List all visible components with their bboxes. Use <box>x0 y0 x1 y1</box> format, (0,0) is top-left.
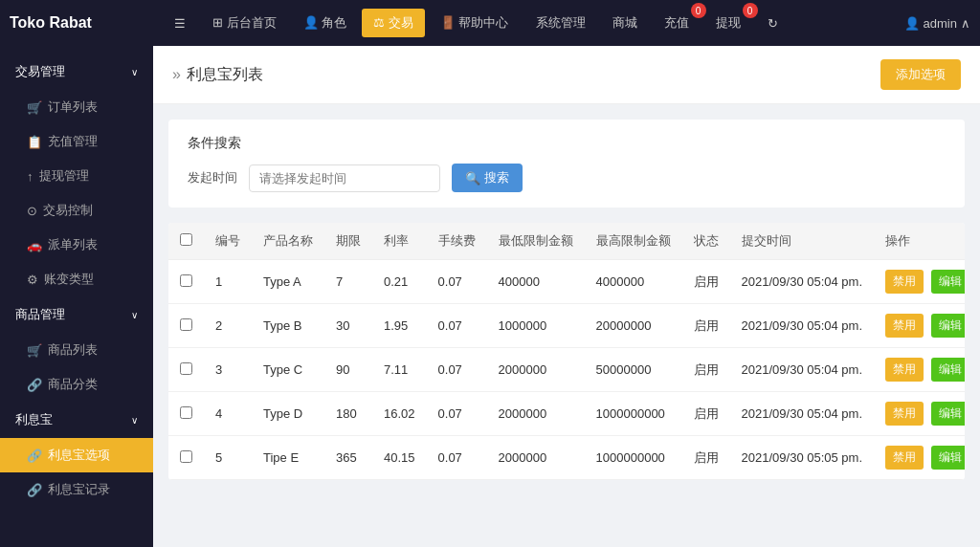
sidebar-item-account-type[interactable]: ⚙ 账变类型 <box>0 262 153 296</box>
search-row: 发起时间 🔍 搜索 <box>188 164 946 192</box>
sidebar-item-interest-records[interactable]: 🔗 利息宝记录 <box>0 472 153 507</box>
header-id: 编号 <box>204 223 252 260</box>
product-category-icon: 🔗 <box>27 378 42 392</box>
table-row: 5 Tipe E 365 40.15 0.07 2000000 10000000… <box>168 436 965 480</box>
interest-table: 编号 产品名称 期限 利率 手续费 最低限制金额 最高限制金额 状态 提交时间 … <box>168 223 965 480</box>
sidebar-item-trade-control[interactable]: ⊙ 交易控制 <box>0 193 153 228</box>
header-min-amount: 最低限制金额 <box>487 223 585 260</box>
sidebar-item-orders[interactable]: 🛒 订单列表 <box>0 90 153 124</box>
row-checkbox[interactable] <box>180 318 192 331</box>
sidebar-item-withdraw-mgmt[interactable]: ↑ 提现管理 <box>0 159 153 193</box>
header-actions: 操作 <box>874 223 965 260</box>
row-checkbox[interactable] <box>180 406 192 419</box>
add-option-button[interactable]: 添加选项 <box>880 59 961 90</box>
disable-button[interactable]: 禁用 <box>885 314 924 338</box>
row-rate: 1.95 <box>372 304 427 348</box>
row-rate: 0.21 <box>372 260 427 304</box>
nav-menu-icon[interactable]: ☰ <box>163 11 197 36</box>
sidebar: 交易管理 ∨ 🛒 订单列表 📋 充值管理 ↑ 提现管理 ⊙ 交易控制 🚗 派单列… <box>0 46 153 547</box>
dispatch-icon: 🚗 <box>27 238 42 252</box>
row-checkbox-cell <box>168 260 204 304</box>
disable-button[interactable]: 禁用 <box>885 446 924 470</box>
sidebar-item-recharge-mgmt[interactable]: 📋 充值管理 <box>0 124 153 159</box>
row-rate: 16.02 <box>372 392 427 436</box>
cart-icon: 🛒 <box>27 100 42 115</box>
edit-button[interactable]: 编辑 <box>931 314 965 338</box>
chevron-down-icon-2: ∨ <box>131 310 138 320</box>
sidebar-item-account-type-label: 账变类型 <box>44 271 94 288</box>
row-actions: 禁用 编辑 ✖ <box>874 304 965 348</box>
sidebar-item-interest-options[interactable]: 🔗 利息宝选项 <box>0 438 153 472</box>
table-row: 4 Type D 180 16.02 0.07 2000000 10000000… <box>168 392 965 436</box>
select-all-checkbox[interactable] <box>180 233 192 246</box>
row-checkbox-cell <box>168 436 204 480</box>
sidebar-group-transaction[interactable]: 交易管理 ∨ <box>0 54 153 90</box>
nav-item-recharge[interactable]: 充值 0 <box>653 9 701 37</box>
table-row: 3 Type C 90 7.11 0.07 2000000 50000000 启… <box>168 348 965 392</box>
row-submit-time: 2021/09/30 05:04 pm. <box>730 392 875 436</box>
sidebar-group-products[interactable]: 商品管理 ∨ <box>0 296 153 333</box>
product-list-icon: 🛒 <box>27 343 42 358</box>
disable-button[interactable]: 禁用 <box>885 270 924 294</box>
sidebar-item-product-category-label: 商品分类 <box>48 376 98 393</box>
admin-label: admin <box>924 16 957 31</box>
row-actions: 禁用 编辑 ✖ <box>874 436 965 480</box>
row-status: 启用 <box>682 260 730 304</box>
row-checkbox[interactable] <box>180 274 192 287</box>
disable-button[interactable]: 禁用 <box>885 402 924 426</box>
sidebar-item-orders-label: 订单列表 <box>48 98 98 116</box>
row-actions: 禁用 编辑 ✖ <box>874 348 965 392</box>
row-id: 1 <box>204 260 252 304</box>
row-checkbox[interactable] <box>180 362 192 375</box>
row-name: Tipe E <box>252 436 324 480</box>
edit-button[interactable]: 编辑 <box>931 358 965 382</box>
row-checkbox[interactable] <box>180 450 192 463</box>
admin-menu[interactable]: 👤 admin ∧ <box>904 16 970 31</box>
nav-item-transaction[interactable]: ⚖ 交易 <box>362 9 425 37</box>
row-status: 启用 <box>682 348 730 392</box>
interest-records-icon: 🔗 <box>27 483 42 497</box>
disable-button[interactable]: 禁用 <box>885 358 924 382</box>
nav-refresh[interactable]: ↻ <box>756 11 790 36</box>
row-min-amount: 1000000 <box>487 304 585 348</box>
edit-button[interactable]: 编辑 <box>931 270 965 294</box>
search-title: 条件搜索 <box>188 135 946 152</box>
edit-button[interactable]: 编辑 <box>931 402 965 426</box>
row-min-amount: 2000000 <box>487 348 585 392</box>
row-submit-time: 2021/09/30 05:04 pm. <box>730 260 875 304</box>
table-row: 2 Type B 30 1.95 0.07 1000000 20000000 启… <box>168 304 965 348</box>
sidebar-item-product-list[interactable]: 🛒 商品列表 <box>0 333 153 367</box>
withdraw-badge: 0 <box>743 3 758 18</box>
row-status: 启用 <box>682 436 730 480</box>
nav-item-dashboard[interactable]: ⊞ 后台首页 <box>201 9 288 37</box>
sidebar-item-product-category[interactable]: 🔗 商品分类 <box>0 367 153 402</box>
row-id: 5 <box>204 436 252 480</box>
data-table-container: 编号 产品名称 期限 利率 手续费 最低限制金额 最高限制金额 状态 提交时间 … <box>168 223 965 480</box>
row-id: 3 <box>204 348 252 392</box>
nav-item-withdraw[interactable]: 提现 0 <box>704 9 752 37</box>
edit-button[interactable]: 编辑 <box>931 446 965 470</box>
sidebar-item-product-list-label: 商品列表 <box>48 341 98 359</box>
sidebar-item-dispatch-label: 派单列表 <box>48 236 98 253</box>
row-rate: 40.15 <box>372 436 427 480</box>
row-period: 365 <box>324 436 372 480</box>
nav-item-shop[interactable]: 商城 <box>601 9 649 37</box>
admin-chevron-icon: ∧ <box>961 16 970 31</box>
row-max-amount: 1000000000 <box>585 392 682 436</box>
nav-item-help[interactable]: 🚪 帮助中心 <box>429 9 521 37</box>
nav-item-role[interactable]: 👤 角色 <box>292 9 359 37</box>
search-button[interactable]: 🔍 搜索 <box>452 164 523 192</box>
row-checkbox-cell <box>168 392 204 436</box>
page-title: 利息宝列表 <box>172 65 263 85</box>
nav-item-system[interactable]: 系统管理 <box>524 9 597 37</box>
search-button-label: 搜索 <box>484 169 509 186</box>
header-submit-time: 提交时间 <box>730 223 875 260</box>
row-max-amount: 1000000000 <box>585 436 682 480</box>
row-fee: 0.07 <box>427 304 487 348</box>
search-date-input[interactable] <box>249 164 440 192</box>
sidebar-group-interest[interactable]: 利息宝 ∨ <box>0 402 153 438</box>
row-actions: 禁用 编辑 ✖ <box>874 260 965 304</box>
withdraw-mgmt-icon: ↑ <box>27 169 33 184</box>
sidebar-item-dispatch[interactable]: 🚗 派单列表 <box>0 228 153 262</box>
row-name: Type D <box>252 392 324 436</box>
